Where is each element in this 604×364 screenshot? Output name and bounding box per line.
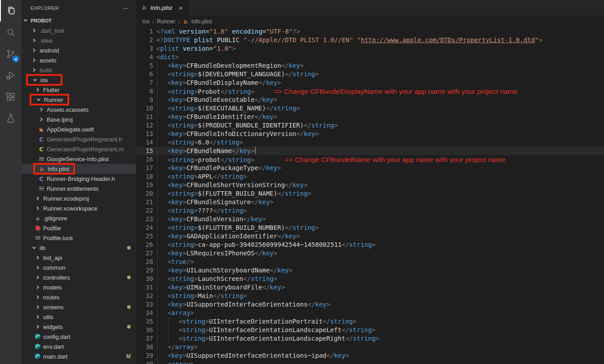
- code-line-28[interactable]: 28<true/>: [136, 258, 604, 266]
- code-line-11[interactable]: 11<key>CFBundleIdentifier</key>: [136, 113, 604, 121]
- tree-item-label: Podfile.lock: [43, 235, 73, 241]
- code-line-5[interactable]: 5<key>CFBundleDevelopmentRegion</key>: [136, 61, 604, 70]
- section-header-project[interactable]: PROBOT: [22, 16, 136, 26]
- code-line-26[interactable]: 26<string>ca-app-pub-3940256099942544~14…: [136, 241, 604, 249]
- tree-item-common[interactable]: common: [22, 263, 136, 272]
- tree-item-main-dart[interactable]: main.dartM: [22, 351, 136, 361]
- code-line-15[interactable]: 15<key>CFBundleName</key>: [136, 147, 604, 155]
- code-line-10[interactable]: 10<string>$(EXECUTABLE_NAME)</string>: [136, 104, 604, 113]
- tree-item--dart-tool[interactable]: .dart_tool: [22, 26, 136, 35]
- tab-close-icon[interactable]: ×: [176, 4, 185, 12]
- tree-item-android[interactable]: android: [22, 45, 136, 55]
- code-line-30[interactable]: 30<string>LaunchScreen</string>: [136, 275, 604, 283]
- tree-item-runner-entitlements[interactable]: Runner.entitlements: [22, 184, 136, 193]
- code-line-2[interactable]: 2<!DOCTYPE plist PUBLIC "-//Apple//DTD P…: [136, 36, 604, 44]
- code-line-12[interactable]: 12<string>$(PRODUCT_BUNDLE_IDENTIFIER)</…: [136, 121, 604, 130]
- code-line-37[interactable]: 37<string>UIInterfaceOrientationLandscap…: [136, 334, 604, 343]
- code-line-39[interactable]: 39<key>UISupportedInterfaceOrientations~…: [136, 351, 604, 360]
- tree-item-podfile[interactable]: Podfile: [22, 223, 136, 233]
- code-line-13[interactable]: 13<key>CFBundleInfoDictionaryVersion</ke…: [136, 130, 604, 138]
- code-line-24[interactable]: 24<string>$(FLUTTER_BUILD_NUMBER)</strin…: [136, 224, 604, 232]
- tree-item-label: AppDelegate.swift: [47, 126, 94, 133]
- code-line-16[interactable]: 16<string>probot</string>=> Change CFBun…: [136, 155, 604, 164]
- tree-item-lib[interactable]: lib: [22, 243, 136, 253]
- code-token: $(DEVELOPMENT_LANGUAGE): [198, 70, 285, 78]
- breadcrumb-separator: ›: [152, 18, 154, 25]
- tree-item-ios[interactable]: ios: [22, 75, 136, 85]
- run-debug-icon[interactable]: [0, 65, 22, 86]
- tree-item-runner-xcworkspace[interactable]: Runner.xcworkspace: [22, 203, 136, 213]
- tree-item-runner-bridging-header-h[interactable]: CRunner-Bridging-Header.h: [22, 174, 136, 184]
- code-token: key: [171, 147, 182, 154]
- code-line-6[interactable]: 6<string>$(DEVELOPMENT_LANGUAGE)</string…: [136, 70, 604, 79]
- tree-item--gitignore[interactable]: ◈.gitignore: [22, 213, 136, 223]
- code-line-9[interactable]: 9<key>CFBundleExecutable</key>: [136, 96, 604, 104]
- code-line-29[interactable]: 29<key>UILaunchStoryboardName</key>: [136, 266, 604, 275]
- breadcrumb-item-runner[interactable]: Runner: [157, 18, 175, 25]
- code-line-36[interactable]: 36<string>UIInterfaceOrientationLandscap…: [136, 326, 604, 334]
- code-line-31[interactable]: 31<key>UIMainStoryboardFile</key>: [136, 283, 604, 292]
- tree-item-info-plist[interactable]: Info.plist: [22, 164, 136, 174]
- search-icon[interactable]: [0, 22, 22, 43]
- code-line-32[interactable]: 32<string>Main</string>: [136, 292, 604, 300]
- tree-item-controllers[interactable]: controllers: [22, 272, 136, 282]
- indent-guide: [157, 258, 158, 266]
- indent-guide: [157, 181, 158, 189]
- code-token: key: [171, 181, 182, 189]
- tree-item-generatedpluginregistrant-h[interactable]: CGeneratedPluginRegistrant.h: [22, 134, 136, 144]
- tree-item-widgets[interactable]: widgets: [22, 322, 136, 332]
- testing-icon[interactable]: [0, 108, 22, 129]
- code-line-4[interactable]: 4<dict>: [136, 53, 604, 61]
- code-token: </: [213, 173, 220, 180]
- code-line-35[interactable]: 35<string>UIInterfaceOrientationPortrait…: [136, 317, 604, 326]
- indent-guide: [157, 206, 158, 215]
- code-line-14[interactable]: 14<string>6.0</string>: [136, 138, 604, 147]
- breadcrumb-item-info-plist[interactable]: Info.plist: [191, 18, 212, 25]
- code-line-22[interactable]: 22<string>????</string>: [136, 206, 604, 215]
- tree-item-runner-xcodeproj[interactable]: Runner.xcodeproj: [22, 193, 136, 203]
- tree-item-routes[interactable]: routes: [22, 292, 136, 302]
- tree-item-bot-api[interactable]: bot_api: [22, 253, 136, 263]
- tree-item-assets[interactable]: assets: [22, 55, 136, 65]
- tree-item-env-dart[interactable]: env.dart: [22, 342, 136, 351]
- code-line-8[interactable]: 8<string>Probot</string>=> Change CFBund…: [136, 87, 604, 96]
- code-line-17[interactable]: 17<key>CFBundlePackageType</key>: [136, 164, 604, 172]
- code-line-1[interactable]: 1<?xml version="1.0" encoding="UTF-8"?>: [136, 27, 604, 36]
- more-actions-icon[interactable]: ⋯: [123, 4, 130, 12]
- dtd-link[interactable]: http://www.apple.com/DTDs/PropertyList-1…: [361, 36, 535, 44]
- code-line-19[interactable]: 19<key>CFBundleShortVersionString</key>: [136, 181, 604, 189]
- tree-item-utils[interactable]: utils: [22, 312, 136, 322]
- tree-item-base-lproj[interactable]: Base.lproj: [22, 114, 136, 124]
- code-line-27[interactable]: 27<key>LSRequiresIPhoneOS</key>: [136, 249, 604, 258]
- code-line-38[interactable]: 38</array>: [136, 343, 604, 351]
- code-line-25[interactable]: 25<key>GADApplicationIdentifier</key>: [136, 232, 604, 241]
- tree-item-generatedpluginregistrant-m[interactable]: CGeneratedPluginRegistrant.m: [22, 144, 136, 154]
- tree-item-appdelegate-swift[interactable]: AppDelegate.swift: [22, 124, 136, 134]
- code-line-33[interactable]: 33<key>UISupportedInterfaceOrientations<…: [136, 300, 604, 309]
- tree-item-podfile-lock[interactable]: Podfile.lock: [22, 233, 136, 243]
- tree-item-build[interactable]: build: [22, 65, 136, 75]
- tab-info-plist[interactable]: Info.plist ×: [136, 0, 189, 16]
- tree-item-config-dart[interactable]: config.dart: [22, 332, 136, 342]
- code-line-21[interactable]: 21<key>CFBundleSignature</key>: [136, 198, 604, 206]
- code-line-34[interactable]: 34<array>: [136, 309, 604, 317]
- code-line-40[interactable]: 40<array>: [136, 360, 604, 364]
- extensions-icon[interactable]: [0, 86, 22, 108]
- source-control-icon[interactable]: 4: [0, 43, 22, 65]
- explorer-icon[interactable]: [0, 0, 22, 22]
- code-line-18[interactable]: 18<string>APPL</string>: [136, 172, 604, 181]
- breadcrumb-item-ios[interactable]: ios: [142, 18, 150, 25]
- line-number: 33: [136, 300, 153, 309]
- tree-item-runner[interactable]: Runner: [22, 95, 136, 105]
- code-line-3[interactable]: 3<plist version="1.0">: [136, 44, 604, 53]
- code-line-20[interactable]: 20<string>$(FLUTTER_BUILD_NAME)</string>: [136, 189, 604, 198]
- code-line-23[interactable]: 23<key>CFBundleVersion</key>: [136, 215, 604, 224]
- tree-item-flutter[interactable]: Flutter: [22, 85, 136, 95]
- code-line-7[interactable]: 7<key>CFBundleDisplayName</key>: [136, 79, 604, 87]
- tree-item-assets-xcassets[interactable]: Assets.xcassets: [22, 105, 136, 114]
- code-token: string: [171, 224, 194, 231]
- tree-item-googleservice-info-plist[interactable]: GoogleService-Info.plist: [22, 154, 136, 164]
- tree-item-screens[interactable]: screens: [22, 302, 136, 312]
- tree-item-models[interactable]: models: [22, 282, 136, 292]
- tree-item--idea[interactable]: .idea: [22, 35, 136, 45]
